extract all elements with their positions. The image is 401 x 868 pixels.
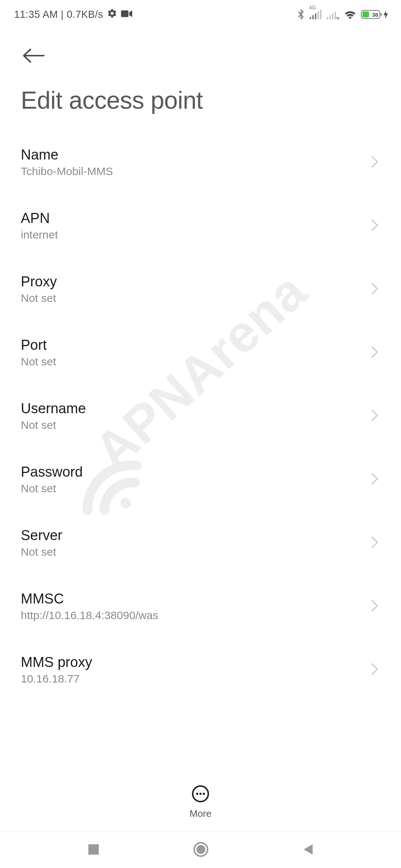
setting-value: Not set [21, 546, 62, 558]
svg-point-21 [196, 845, 205, 854]
svg-point-18 [203, 793, 205, 795]
svg-rect-3 [312, 15, 314, 19]
svg-rect-7 [327, 17, 328, 19]
more-label: More [189, 808, 211, 819]
svg-point-17 [199, 793, 202, 795]
setting-value: Not set [21, 419, 86, 431]
svg-rect-1 [121, 10, 128, 17]
page-title: Edit access point [0, 73, 401, 131]
battery-icon: 38 [361, 9, 388, 20]
svg-rect-14 [381, 13, 382, 16]
chevron-right-icon [371, 218, 380, 233]
setting-label: APN [21, 210, 58, 226]
chevron-right-icon [371, 536, 380, 550]
svg-rect-6 [320, 10, 322, 19]
setting-label: MMS proxy [21, 654, 92, 670]
setting-row-apn[interactable]: APN internet [21, 194, 380, 257]
setting-row-server[interactable]: Server Not set [21, 511, 380, 575]
svg-rect-9 [332, 13, 333, 19]
setting-value: Not set [21, 355, 56, 368]
chevron-right-icon [371, 345, 380, 360]
nav-back-button[interactable] [301, 843, 314, 858]
svg-point-16 [196, 793, 198, 795]
back-button[interactable] [12, 40, 45, 73]
setting-value: http://10.16.18.4:38090/was [21, 609, 158, 622]
svg-rect-19 [88, 844, 99, 855]
chevron-right-icon [371, 409, 380, 424]
svg-rect-8 [329, 15, 331, 19]
more-button[interactable]: More [189, 785, 211, 819]
bottom-action-bar: More [0, 772, 401, 832]
signal-no-sim-icon [327, 10, 339, 19]
nav-recent-button[interactable] [87, 843, 100, 858]
svg-rect-12 [362, 11, 369, 17]
setting-label: MMSC [21, 591, 158, 607]
setting-row-password[interactable]: Password Not set [21, 448, 380, 511]
setting-value: Tchibo-Mobil-MMS [21, 165, 113, 178]
triangle-left-icon [301, 851, 314, 857]
setting-row-mmsc[interactable]: MMSC http://10.16.18.4:38090/was [21, 575, 380, 638]
chevron-right-icon [371, 599, 380, 614]
status-time: 11:35 AM | 0.7KB/s [14, 9, 103, 20]
setting-value: 10.16.18.77 [21, 673, 92, 685]
setting-label: Password [21, 464, 83, 480]
settings-gear-icon [107, 8, 117, 21]
setting-row-name[interactable]: Name Tchibo-Mobil-MMS [21, 131, 380, 194]
circle-icon [193, 852, 209, 859]
setting-value: Not set [21, 292, 57, 305]
setting-value: Not set [21, 482, 83, 495]
setting-row-port[interactable]: Port Not set [21, 321, 380, 384]
navigation-bar [0, 832, 401, 868]
setting-label: Server [21, 527, 62, 543]
chevron-right-icon [371, 155, 380, 170]
setting-label: Port [21, 337, 56, 353]
setting-label: Username [21, 401, 86, 417]
setting-row-username[interactable]: Username Not set [21, 384, 380, 448]
wifi-icon [344, 10, 356, 19]
svg-text:38: 38 [372, 11, 378, 18]
setting-label: Proxy [21, 274, 57, 290]
svg-rect-4 [315, 13, 316, 19]
arrow-left-icon [22, 48, 45, 65]
square-icon [87, 851, 100, 857]
more-circle-icon [192, 785, 209, 804]
svg-rect-5 [317, 11, 319, 19]
setting-row-mms-proxy[interactable]: MMS proxy 10.16.18.77 [21, 638, 380, 701]
chevron-right-icon [371, 472, 380, 487]
status-left: 11:35 AM | 0.7KB/s [14, 8, 132, 21]
setting-label: Name [21, 147, 113, 163]
status-right: 4G 38 [297, 9, 388, 20]
chevron-right-icon [371, 662, 380, 677]
charging-bolt-icon [383, 10, 388, 19]
svg-rect-10 [335, 11, 336, 19]
signal-4g-icon: 4G [310, 10, 322, 19]
svg-rect-2 [310, 17, 311, 19]
status-bar: 11:35 AM | 0.7KB/s 4G [0, 0, 401, 29]
settings-list: Name Tchibo-Mobil-MMS APN internet Proxy… [0, 131, 401, 701]
video-camera-icon [121, 9, 132, 20]
nav-home-button[interactable] [193, 841, 209, 859]
setting-value: internet [21, 228, 58, 241]
bluetooth-icon [297, 9, 305, 20]
chevron-right-icon [371, 282, 380, 297]
setting-row-proxy[interactable]: Proxy Not set [21, 257, 380, 321]
